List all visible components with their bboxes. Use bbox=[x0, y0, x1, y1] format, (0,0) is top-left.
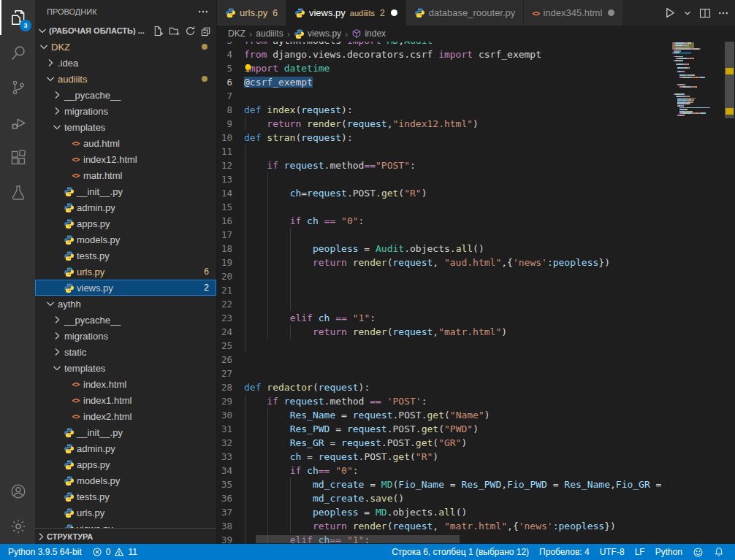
tree-item-admin.py[interactable]: admin.py bbox=[35, 199, 216, 215]
status-feedback[interactable] bbox=[688, 544, 709, 560]
code-line[interactable]: 26 bbox=[217, 353, 672, 367]
code-line[interactable]: 29 if request.method == 'POST': bbox=[217, 394, 672, 408]
tree-item-migrations[interactable]: migrations bbox=[35, 103, 216, 119]
run-button[interactable] bbox=[663, 7, 676, 19]
tree-item-templates[interactable]: templates bbox=[35, 360, 216, 376]
status-indentation[interactable]: Пробелов: 4 bbox=[534, 544, 595, 560]
code-line[interactable]: 38 return render(request, "matr.html",{'… bbox=[217, 519, 672, 533]
tree-item-views.py[interactable]: views.py2 bbox=[35, 280, 216, 296]
tree-item-index2.html[interactable]: <>index2.html bbox=[35, 408, 216, 424]
tree-item-apps.py[interactable]: apps.py bbox=[35, 215, 216, 231]
code-line[interactable]: 34 if ch== "0": bbox=[217, 464, 672, 477]
tree-item-__pycache__[interactable]: __pycache__ bbox=[35, 87, 216, 103]
code-line[interactable]: 11 bbox=[217, 145, 672, 158]
code-line[interactable]: 37 peopless = MD.objects.all() bbox=[217, 505, 672, 519]
code-line[interactable]: 32 Res_GR = request.POST.get("GR") bbox=[217, 436, 672, 450]
tree-item-views.py[interactable]: views.py bbox=[35, 521, 216, 528]
activity-search-button[interactable] bbox=[0, 35, 35, 70]
tree-item-apps.py[interactable]: apps.py bbox=[35, 456, 216, 472]
tree-item-urls.py[interactable]: urls.py6 bbox=[35, 264, 216, 280]
tab-database_roouter.py[interactable]: database_roouter.py bbox=[406, 0, 525, 26]
code-line[interactable]: 12 if request.method=="POST": bbox=[217, 158, 672, 172]
code-line[interactable]: 10def stran(request): bbox=[217, 131, 672, 145]
tree-item-migrations[interactable]: migrations bbox=[35, 328, 216, 344]
tree-item-aud.html[interactable]: <>aud.html bbox=[35, 135, 216, 151]
refresh-icon[interactable] bbox=[185, 26, 196, 37]
code-editor[interactable]: 3from aythh.models import MD,Audit4from … bbox=[217, 42, 735, 544]
code-line[interactable]: 6@csrf_exempt bbox=[217, 75, 672, 89]
more-actions-button[interactable] bbox=[717, 7, 729, 19]
code-line[interactable]: 33 ch = request.POST.get("R") bbox=[217, 450, 672, 464]
tree-item-urls.py[interactable]: urls.py bbox=[35, 505, 216, 521]
tree-item-models.py[interactable]: models.py bbox=[35, 472, 216, 488]
activity-run-debug-button[interactable] bbox=[0, 105, 35, 140]
code-line[interactable]: 9 return render(request,"index12.html") bbox=[217, 117, 672, 131]
minimap[interactable] bbox=[672, 42, 723, 544]
code-line[interactable]: 25 bbox=[217, 339, 672, 353]
breadcrumb-item-index[interactable]: index bbox=[351, 28, 386, 39]
code-line[interactable]: 8def index(request): bbox=[217, 103, 672, 117]
status-language-mode[interactable]: Python bbox=[650, 544, 688, 560]
tree-item-__init__.py[interactable]: __init__.py bbox=[35, 183, 216, 199]
tree-item-models.py[interactable]: models.py bbox=[35, 231, 216, 248]
code-line[interactable]: 36 md_create.save() bbox=[217, 491, 672, 505]
run-dropdown-button[interactable] bbox=[682, 8, 693, 18]
code-line[interactable]: 5import datetime bbox=[217, 61, 672, 75]
tab-urls.py[interactable]: urls.py6 bbox=[217, 0, 286, 26]
code-line[interactable]: 21 bbox=[217, 283, 672, 297]
status-eol[interactable]: LF bbox=[630, 544, 650, 560]
code-line[interactable]: 19 return render(request, "aud.html",{'n… bbox=[217, 256, 672, 269]
code-line[interactable]: 15 bbox=[217, 200, 672, 214]
activity-account-button[interactable] bbox=[0, 474, 35, 509]
code-line[interactable]: 24 return render(request,"matr.html") bbox=[217, 325, 672, 339]
activity-testing-button[interactable] bbox=[0, 175, 35, 210]
breadcrumb-item-DKZ[interactable]: DKZ bbox=[228, 28, 245, 39]
code-line[interactable]: 31 Res_PWD = request.POST.get("PWD") bbox=[217, 422, 672, 436]
tab-index345.html[interactable]: <>index345.html bbox=[524, 0, 623, 26]
code-line[interactable]: 16 if ch == "0": bbox=[217, 214, 672, 228]
code-line[interactable]: 3from aythh.models import MD,Audit bbox=[217, 42, 672, 47]
code-line[interactable]: 20 bbox=[217, 269, 672, 283]
new-file-icon[interactable] bbox=[153, 26, 164, 37]
code-line[interactable]: 27 bbox=[217, 367, 672, 380]
split-editor-button[interactable] bbox=[699, 7, 711, 19]
tree-item-admin.py[interactable]: admin.py bbox=[35, 440, 216, 456]
code-line[interactable]: 17 bbox=[217, 228, 672, 242]
code-line[interactable]: 4from django.views.decorators.csrf impor… bbox=[217, 47, 672, 61]
tree-item-DKZ[interactable]: DKZ bbox=[35, 39, 216, 55]
breadcrumb-item-audiiits[interactable]: audiiits bbox=[256, 28, 283, 39]
tab-views.py[interactable]: views.pyaudiiits2 bbox=[286, 0, 406, 26]
status-problems[interactable]: 011 bbox=[87, 544, 142, 560]
tree-item-__init__.py[interactable]: __init__.py bbox=[35, 424, 216, 440]
code-line[interactable]: 14 ch=request.POST.get("R") bbox=[217, 186, 672, 200]
horizontal-scrollbar-thumb[interactable] bbox=[256, 535, 460, 543]
code-line[interactable]: 18 peopless = Audit.objects.all() bbox=[217, 242, 672, 256]
status-cursor-position[interactable]: Строка 6, столбец 1 (выбрано 12) bbox=[386, 544, 534, 560]
code-line[interactable]: 28def redactor(request): bbox=[217, 380, 672, 394]
collapse-all-icon[interactable] bbox=[201, 26, 212, 37]
activity-settings-button[interactable] bbox=[0, 509, 35, 544]
tree-item-tests.py[interactable]: tests.py bbox=[35, 488, 216, 505]
tree-item-tests.py[interactable]: tests.py bbox=[35, 248, 216, 264]
code-line[interactable]: 35 md_create = MD(Fio_Name = Res_PWD,Fio… bbox=[217, 477, 672, 491]
tree-item-static[interactable]: static bbox=[35, 344, 216, 360]
tree-item-templates[interactable]: templates bbox=[35, 119, 216, 135]
code-line[interactable]: 30 Res_Name = request.POST.get("Name") bbox=[217, 408, 672, 422]
outline-section-header[interactable]: СТРУКТУРА bbox=[35, 528, 216, 544]
activity-explorer-button[interactable]: 3 bbox=[0, 0, 35, 35]
tree-item-.idea[interactable]: .idea bbox=[35, 55, 216, 71]
tree-item-aythh[interactable]: aythh bbox=[35, 296, 216, 312]
status-notifications[interactable] bbox=[709, 544, 729, 560]
code-line[interactable]: 22 bbox=[217, 297, 672, 311]
tree-item-audiiits[interactable]: audiiits bbox=[35, 71, 216, 87]
code-line[interactable]: 23 elif ch == "1": bbox=[217, 311, 672, 325]
code-line[interactable]: 7 bbox=[217, 89, 672, 103]
code-line[interactable]: 13 bbox=[217, 172, 672, 186]
activity-extensions-button[interactable] bbox=[0, 140, 35, 175]
activity-source-control-button[interactable] bbox=[0, 70, 35, 105]
new-folder-icon[interactable] bbox=[169, 26, 180, 37]
tree-item-index12.html[interactable]: <>index12.html bbox=[35, 151, 216, 167]
tree-item-index.html[interactable]: <>index.html bbox=[35, 376, 216, 392]
status-interpreter[interactable]: Python 3.9.5 64-bit bbox=[3, 544, 87, 560]
tree-item-matr.html[interactable]: <>matr.html bbox=[35, 167, 216, 183]
